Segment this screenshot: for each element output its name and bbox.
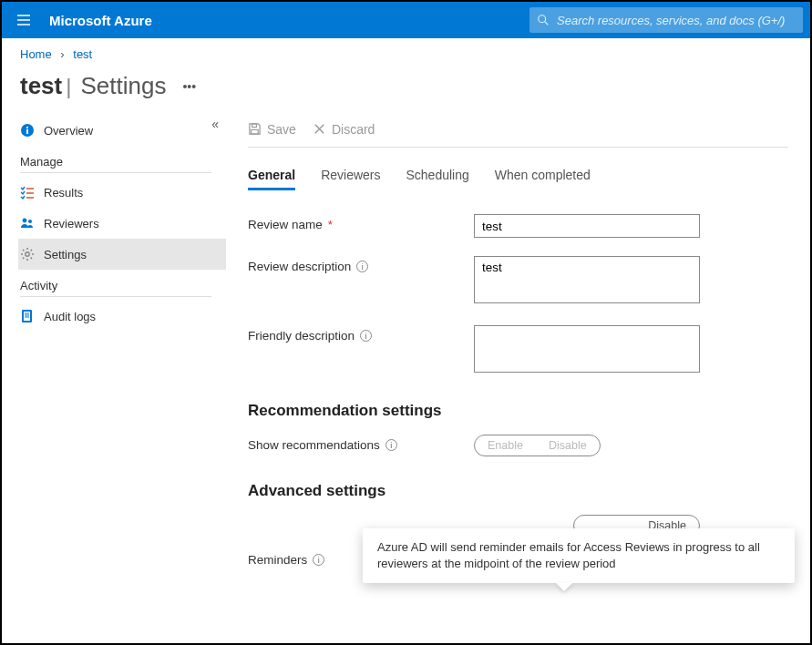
tab-reviewers[interactable]: Reviewers (321, 168, 380, 190)
reminders-tooltip: Azure AD will send reminder emails for A… (363, 528, 795, 583)
sidebar-item-label: Reviewers (44, 217, 99, 230)
sidebar-item-audit-logs[interactable]: Audit logs (18, 301, 226, 332)
close-icon (313, 122, 326, 136)
info-icon[interactable]: i (385, 439, 397, 451)
tab-scheduling[interactable]: Scheduling (406, 168, 469, 190)
show-recommendations-label: Show recommendations i (248, 435, 474, 452)
sidebar: « Overview Manage Results Reviewers (2, 115, 226, 643)
tab-when-completed[interactable]: When completed (495, 168, 591, 190)
breadcrumb-home[interactable]: Home (20, 47, 52, 61)
sidebar-group-manage: Manage (20, 155, 226, 169)
svg-point-9 (28, 220, 32, 223)
page-title-row: test | Settings ••• (2, 65, 810, 115)
sidebar-item-overview[interactable]: Overview (18, 115, 226, 146)
sidebar-item-results[interactable]: Results (18, 177, 226, 208)
recommendation-settings-heading: Recommendation settings (248, 402, 788, 420)
sidebar-item-label: Results (44, 186, 83, 200)
save-icon (248, 122, 262, 136)
info-icon[interactable]: i (356, 261, 368, 272)
global-search[interactable] (529, 7, 803, 33)
collapse-sidebar-button[interactable]: « (211, 117, 219, 131)
sidebar-item-label: Audit logs (44, 310, 96, 323)
log-icon (20, 309, 35, 323)
svg-point-10 (26, 252, 29, 256)
review-description-label: Review description i (248, 256, 474, 273)
review-description-input[interactable]: test (474, 256, 700, 303)
review-name-input[interactable] (474, 214, 700, 238)
resource-title: test (20, 72, 62, 100)
page-title: Settings (80, 72, 166, 100)
command-bar: Save Discard (248, 115, 788, 148)
friendly-description-label: Friendly description i (248, 325, 474, 343)
svg-point-0 (539, 15, 546, 23)
info-icon[interactable]: i (360, 330, 372, 342)
info-icon[interactable]: i (313, 554, 324, 566)
svg-rect-16 (252, 124, 257, 128)
advanced-settings-heading: Advanced settings (248, 482, 788, 500)
tab-general[interactable]: General (248, 168, 295, 190)
global-search-input[interactable] (557, 14, 796, 27)
brand-label: Microsoft Azure (46, 13, 152, 28)
sidebar-item-settings[interactable]: Settings (18, 239, 226, 270)
more-actions-button[interactable]: ••• (182, 79, 196, 94)
toggle-disable-option: Disable (536, 435, 600, 456)
search-icon (537, 14, 550, 26)
sidebar-item-reviewers[interactable]: Reviewers (18, 208, 226, 239)
svg-point-8 (23, 219, 27, 223)
checklist-icon (20, 185, 35, 200)
tab-bar: General Reviewers Scheduling When comple… (248, 168, 788, 190)
toggle-enable-option: Enable (475, 435, 536, 456)
save-button[interactable]: Save (248, 122, 296, 137)
people-icon (20, 216, 35, 230)
discard-button[interactable]: Discard (313, 122, 375, 137)
sidebar-item-label: Settings (44, 248, 87, 261)
breadcrumb: Home › test (2, 38, 810, 65)
hamburger-menu-button[interactable] (2, 2, 46, 38)
breadcrumb-current[interactable]: test (73, 47, 92, 61)
main-pane: Save Discard General Reviewers Schedulin… (226, 115, 810, 643)
review-name-label: Review name* (248, 214, 474, 231)
svg-rect-4 (26, 127, 28, 128)
top-bar: Microsoft Azure (2, 2, 810, 38)
gear-icon (20, 247, 35, 261)
svg-line-1 (545, 22, 549, 26)
friendly-description-input[interactable] (474, 325, 700, 373)
breadcrumb-separator-icon: › (60, 47, 64, 61)
sidebar-item-label: Overview (44, 124, 93, 138)
info-icon (20, 123, 35, 138)
hamburger-icon (16, 13, 31, 27)
svg-rect-3 (26, 129, 28, 134)
required-asterisk-icon: * (328, 218, 333, 231)
show-recommendations-toggle: Enable Disable (474, 435, 601, 456)
sidebar-group-activity: Activity (20, 279, 226, 292)
svg-rect-17 (252, 129, 259, 134)
